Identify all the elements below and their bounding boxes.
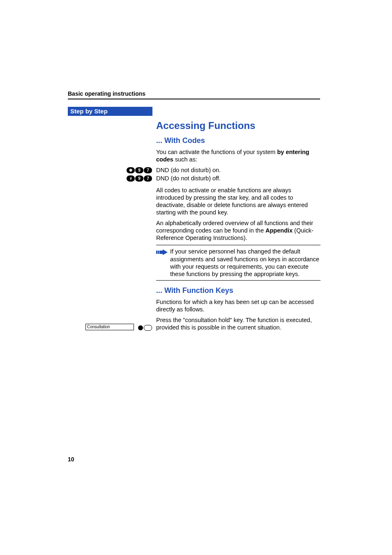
- svg-rect-1: [158, 251, 159, 254]
- led-on-icon: [138, 325, 143, 330]
- key-9-icon: 9: [135, 175, 143, 182]
- key-button-icon: [144, 325, 152, 331]
- key-9-icon: 9: [135, 167, 143, 173]
- key-7-icon: 7: [144, 167, 152, 173]
- key-label-consultation: Consultation: [85, 324, 134, 330]
- running-header: Basic operating instructions: [68, 90, 359, 97]
- codes-explanation-paragraph: All codes to activate or enable function…: [156, 187, 321, 216]
- note-box: If your service personnel has changed th…: [156, 245, 321, 281]
- page-number: 10: [68, 456, 74, 463]
- key-star-icon: ✱: [127, 167, 135, 173]
- code-desc-dnd-off: DND (do not disturb) off.: [156, 175, 321, 182]
- funckeys-consultation-paragraph: Press the "consultation hold" key. The f…: [156, 316, 321, 331]
- svg-rect-0: [156, 251, 157, 254]
- note-arrow-icon: [156, 248, 170, 258]
- keypad-code-dnd-off: ♯97: [123, 175, 152, 182]
- header-rule: [68, 99, 320, 99]
- appendix-reference-paragraph: An alphabetically ordered overview of al…: [156, 219, 321, 242]
- heading-accessing-functions: Accessing Functions: [156, 120, 321, 131]
- keypad-code-dnd-on: ✱97: [123, 166, 152, 174]
- function-key-icon: [138, 324, 152, 331]
- intro-paragraph: You can activate the functions of your s…: [156, 148, 321, 163]
- sidebar-step-by-step: Step by Step: [68, 107, 152, 116]
- svg-marker-3: [163, 249, 168, 255]
- subheading-with-codes: ... With Codes: [156, 136, 321, 145]
- funckeys-intro-paragraph: Functions for which a key has been set u…: [156, 298, 321, 313]
- svg-rect-2: [159, 251, 163, 254]
- code-desc-dnd-on: DND (do not disturb) on.: [156, 166, 321, 174]
- key-7-icon: 7: [144, 175, 152, 182]
- key-pound-icon: ♯: [127, 175, 135, 182]
- subheading-with-function-keys: ... With Function Keys: [156, 286, 321, 295]
- note-text: If your service personnel has changed th…: [170, 248, 321, 278]
